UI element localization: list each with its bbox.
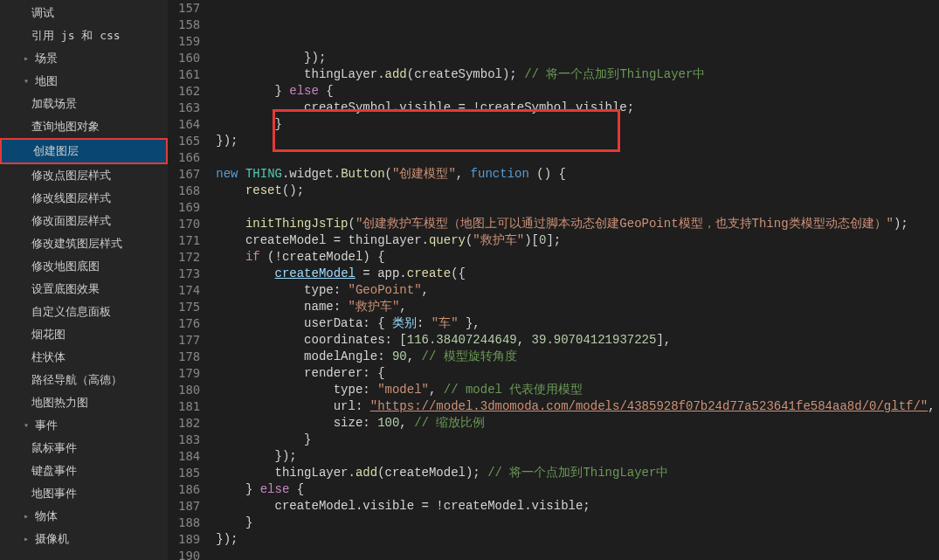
sidebar-item-14[interactable]: 烟花图	[0, 323, 168, 346]
sidebar-item-7[interactable]: 修改点图层样式	[0, 164, 168, 187]
line-number: 166	[178, 149, 200, 166]
code-line[interactable]: reset();	[216, 183, 939, 199]
code-line[interactable]: } else {	[216, 83, 939, 100]
line-number: 185	[178, 465, 200, 481]
sidebar-label: 键盘事件	[31, 463, 77, 479]
line-number: 159	[178, 33, 200, 50]
line-number: 187	[178, 498, 200, 515]
twisty-icon: ▸	[21, 51, 31, 66]
line-number: 184	[178, 448, 200, 465]
code-line[interactable]: initThingJsTip("创建救护车模型（地图上可以通过脚本动态创建Geo…	[216, 216, 939, 232]
sidebar-item-15[interactable]: 柱状体	[0, 346, 168, 369]
sidebar-item-4[interactable]: 加载场景	[0, 93, 168, 115]
sidebar-label: 路径导航（高德）	[31, 372, 122, 388]
sidebar-item-12[interactable]: 设置底图效果	[0, 278, 168, 301]
code-line[interactable]	[216, 149, 939, 166]
code-line[interactable]: }	[216, 432, 939, 448]
code-line[interactable]: userData: { 类别: "车" },	[216, 315, 939, 332]
sidebar-item-13[interactable]: 自定义信息面板	[0, 301, 168, 323]
code-line[interactable]: }	[216, 515, 939, 531]
sidebar-item-9[interactable]: 修改面图层样式	[0, 210, 168, 232]
sidebar-item-23[interactable]: ▸摄像机	[0, 528, 168, 550]
line-number: 160	[178, 50, 200, 66]
sidebar-item-18[interactable]: ▾事件	[0, 414, 168, 437]
line-number: 161	[178, 66, 200, 83]
sidebar-item-10[interactable]: 修改建筑图层样式	[0, 232, 168, 255]
code-line[interactable]: modelAngle: 90, // 模型旋转角度	[216, 349, 939, 365]
sidebar-label: 创建图层	[33, 143, 79, 159]
code-line[interactable]: createModel = app.create({	[216, 266, 939, 282]
line-number: 189	[178, 531, 200, 548]
sidebar-item-6[interactable]: 创建图层	[0, 138, 168, 164]
sidebar-label: 场景	[35, 51, 58, 66]
code-line[interactable]: new THING.widget.Button("创建模型", function…	[216, 166, 939, 183]
sidebar-item-16[interactable]: 路径导航（高德）	[0, 369, 168, 391]
twisty-icon: ▸	[21, 531, 31, 547]
code-line[interactable]	[216, 199, 939, 216]
twisty-icon: ▾	[21, 73, 31, 89]
sidebar-label: 加载场景	[31, 96, 77, 112]
sidebar: 调试引用 js 和 css▸场景▾地图加载场景查询地图对象创建图层修改点图层样式…	[0, 0, 168, 560]
code-line[interactable]: url: "https://model.3dmomoda.com/models/…	[216, 398, 939, 415]
code-line[interactable]: });	[216, 531, 939, 548]
sidebar-label: 地图	[35, 73, 58, 89]
line-number: 170	[178, 216, 200, 232]
code-line[interactable]: if (!createModel) {	[216, 249, 939, 266]
code-line[interactable]: size: 100, // 缩放比例	[216, 415, 939, 432]
sidebar-label: 柱状体	[31, 349, 66, 365]
sidebar-item-21[interactable]: 地图事件	[0, 482, 168, 505]
sidebar-item-0[interactable]: 调试	[0, 2, 168, 24]
code-editor[interactable]: 1571581591601611621631641651661671681691…	[168, 0, 939, 560]
line-gutter: 1571581591601611621631641651661671681691…	[168, 0, 216, 560]
sidebar-item-1[interactable]: 引用 js 和 css	[0, 24, 168, 47]
sidebar-label: 地图事件	[31, 486, 77, 501]
sidebar-label: 事件	[35, 418, 58, 433]
line-number: 180	[178, 382, 200, 398]
sidebar-item-22[interactable]: ▸物体	[0, 505, 168, 528]
code-line[interactable]: }	[216, 116, 939, 133]
code-line[interactable]: });	[216, 448, 939, 465]
twisty-icon: ▸	[21, 508, 31, 524]
code-line[interactable]: thingLayer.add(createModel); // 将一个点加到Th…	[216, 465, 939, 481]
line-number: 174	[178, 282, 200, 299]
sidebar-item-11[interactable]: 修改地图底图	[0, 255, 168, 278]
sidebar-label: 鼠标事件	[31, 440, 77, 456]
sidebar-label: 修改地图底图	[31, 259, 100, 274]
code-line[interactable]: });	[216, 133, 939, 149]
sidebar-item-20[interactable]: 键盘事件	[0, 460, 168, 482]
line-number: 190	[178, 548, 200, 560]
line-number: 171	[178, 232, 200, 249]
code-line[interactable]: coordinates: [116.38407244649, 39.907041…	[216, 332, 939, 349]
code-line[interactable]: type: "GeoPoint",	[216, 282, 939, 299]
code-line[interactable]: createSymbol.visible = !createSymbol.vis…	[216, 100, 939, 116]
line-number: 186	[178, 481, 200, 498]
sidebar-item-2[interactable]: ▸场景	[0, 47, 168, 70]
code-line[interactable]: type: "model", // model 代表使用模型	[216, 382, 939, 398]
code-content[interactable]: }); thingLayer.add(createSymbol); // 将一个…	[216, 0, 939, 560]
sidebar-label: 查询地图对象	[31, 119, 100, 135]
code-line[interactable]: } else {	[216, 481, 939, 498]
line-number: 163	[178, 100, 200, 116]
line-number: 167	[178, 166, 200, 183]
sidebar-item-19[interactable]: 鼠标事件	[0, 437, 168, 460]
sidebar-item-17[interactable]: 地图热力图	[0, 391, 168, 414]
code-line[interactable]: renderer: {	[216, 365, 939, 382]
line-number: 157	[178, 0, 200, 17]
sidebar-item-8[interactable]: 修改线图层样式	[0, 187, 168, 210]
line-number: 175	[178, 299, 200, 315]
line-number: 178	[178, 349, 200, 365]
code-line[interactable]: createModel = thingLayer.query("救护车")[0]…	[216, 232, 939, 249]
code-line[interactable]: createModel.visible = !createModel.visib…	[216, 498, 939, 515]
sidebar-item-5[interactable]: 查询地图对象	[0, 115, 168, 138]
sidebar-item-3[interactable]: ▾地图	[0, 70, 168, 93]
code-line[interactable]: name: "救护车",	[216, 299, 939, 315]
line-number: 176	[178, 315, 200, 332]
code-line[interactable]: thingLayer.add(createSymbol); // 将一个点加到T…	[216, 66, 939, 83]
line-number: 181	[178, 398, 200, 415]
code-line[interactable]	[216, 548, 939, 560]
twisty-icon: ▾	[21, 418, 31, 433]
sidebar-label: 修改面图层样式	[31, 213, 111, 229]
line-number: 168	[178, 183, 200, 199]
code-line[interactable]: });	[216, 50, 939, 66]
line-number: 158	[178, 17, 200, 33]
